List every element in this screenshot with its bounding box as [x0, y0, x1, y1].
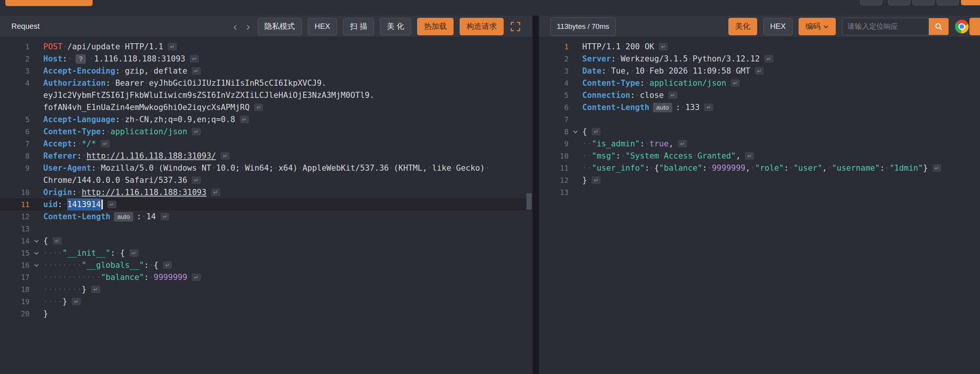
top-right-button-2[interactable] [888, 0, 910, 5]
code-line[interactable]: 6Content-Type:·application/json↵ [0, 125, 533, 138]
panel-divider[interactable] [533, 16, 539, 374]
code-line[interactable]: 13 [0, 223, 533, 235]
search-button[interactable] [929, 18, 948, 35]
beautify-response-button[interactable]: 美化 [729, 18, 757, 35]
code-line[interactable]: 19····}↵ [0, 295, 533, 307]
code-line-content[interactable]: Chrome/144.0.0.0·Safari/537.36↵ [43, 174, 201, 186]
code-line[interactable]: 15····"__init__":·{↵ [0, 247, 533, 259]
top-right-button-4[interactable] [937, 0, 959, 5]
code-line-content[interactable]: eyJ1c2VybmFtZSI6IjFkbWluIiwicm9sZSI6InVz… [43, 89, 374, 101]
code-line-content[interactable]: Content-Lengthauto:·133↵ [582, 101, 713, 113]
code-line-content[interactable]: Connection:·close↵ [582, 89, 678, 101]
top-right-button-3[interactable] [912, 0, 934, 5]
code-line[interactable]: 5Accept-Language:·zh-CN,zh;q=0.9,en;q=0.… [0, 113, 533, 125]
code-line-content[interactable]: Content-Lengthauto:·14↵ [43, 211, 169, 223]
code-line[interactable]: 1HTTP/1.1·200·OK↵ [539, 41, 980, 53]
history-prev-icon[interactable]: ‹ [232, 21, 239, 32]
code-line[interactable]: 8Referer:·http://1.116.118.188:31093/↵ [0, 150, 533, 162]
code-line-content[interactable]: Referer:·http://1.116.118.188:31093/↵ [43, 150, 230, 162]
code-line[interactable]: 1POST·/api/update·HTTP/1.1↵ [0, 41, 533, 53]
fold-icon[interactable] [30, 237, 43, 245]
fold-icon[interactable] [30, 249, 43, 257]
fold-icon[interactable] [569, 128, 582, 135]
fullscreen-icon[interactable] [510, 21, 521, 32]
code-line-content[interactable]: Content-Type:·application/json↵ [43, 125, 201, 138]
top-right-button-1[interactable] [860, 0, 882, 5]
code-line[interactable]: 7Accept:·*/*↵ [0, 138, 533, 150]
code-line[interactable]: 20} [0, 307, 533, 320]
code-line-content[interactable]: Authorization:·Bearer·eyJhbGciOiJIUzI1Ni… [43, 77, 326, 89]
code-line-content[interactable]: {↵ [43, 235, 62, 247]
code-line-content[interactable]: POST·/api/update·HTTP/1.1↵ [43, 41, 177, 53]
construct-request-button[interactable]: 构造请求 [460, 18, 504, 35]
top-right-orange-button[interactable] [961, 0, 980, 5]
hot-reload-button[interactable]: 热加载 [417, 18, 453, 35]
code-line-content[interactable]: Server:·Werkzeug/3.1.5·Python/3.12.12↵ [582, 53, 773, 65]
code-line-content[interactable]: User-Agent:·Mozilla/5.0·(Windows·NT·10.0… [43, 162, 490, 174]
code-line-content[interactable]: uid:·1413914↵ [43, 198, 116, 211]
code-line[interactable]: 4Authorization:·Bearer·eyJhbGciOiJIUzI1N… [0, 77, 533, 89]
request-editor[interactable]: 1POST·/api/update·HTTP/1.1↵2Host:·?·1.11… [0, 38, 533, 374]
code-line-content[interactable]: HTTP/1.1·200·OK↵ [582, 41, 668, 53]
code-line[interactable]: 12}↵ [539, 174, 980, 186]
code-line[interactable]: 9User-Agent:·Mozilla/5.0·(Windows·NT·10.… [0, 162, 533, 174]
code-line[interactable]: 2Server:·Werkzeug/3.1.5·Python/3.12.12↵ [539, 53, 980, 65]
code-line-content[interactable]: }↵ [582, 174, 600, 186]
code-line[interactable]: 18········}↵ [0, 283, 533, 295]
code-line[interactable]: 2Host:·?·1.116.118.188:31093↵ [0, 53, 533, 65]
code-line-content[interactable]: Accept:·*/*↵ [43, 138, 110, 150]
header-right-cut-button[interactable] [969, 18, 980, 35]
code-line[interactable]: 4Content-Type:·application/json↵ [539, 77, 980, 89]
code-line-content[interactable]: } [43, 307, 48, 320]
code-line[interactable]: 13 [539, 186, 980, 198]
code-line-content[interactable]: Accept-Language:·zh-CN,zh;q=0.9,en;q=0.8… [43, 113, 249, 125]
code-line[interactable]: 7 [539, 113, 980, 125]
code-line-content[interactable]: ····}↵ [43, 295, 81, 307]
response-editor[interactable]: 1HTTP/1.1·200·OK↵2Server:·Werkzeug/3.1.5… [539, 38, 980, 374]
code-line[interactable]: 9··"is_admin":·true,↵ [539, 138, 980, 150]
code-line[interactable]: 14{↵ [0, 235, 533, 247]
code-line-content[interactable]: ··"msg":·"System·Access·Granted",↵ [582, 150, 754, 162]
code-line-content[interactable]: Host:·?·1.116.118.188:31093↵ [43, 53, 199, 65]
fold-icon[interactable] [30, 261, 43, 269]
code-line-content[interactable]: {↵ [582, 125, 600, 138]
code-line[interactable]: 11··"user_info":·{"balance":·9999999,·"r… [539, 162, 980, 174]
code-line[interactable]: 12Content-Lengthauto:·14↵ [0, 211, 533, 223]
code-line[interactable]: Chrome/144.0.0.0·Safari/537.36↵ [0, 174, 533, 186]
beautify-request-button[interactable]: 美 化 [380, 18, 411, 35]
code-line[interactable]: 17············"balance":·9999999↵ [0, 271, 533, 283]
chrome-browser-icon[interactable] [955, 20, 969, 33]
code-line-content[interactable]: fofAN4vh_E1nUaZin4emMwkog6hiOe2iqycXsAPM… [43, 101, 263, 113]
code-line[interactable]: 10Origin:·http://1.116.118.188:31093↵ [0, 186, 533, 198]
code-line[interactable]: 3Date:·Tue,·10·Feb·2026·11:09:58·GMT↵ [539, 65, 980, 77]
code-line[interactable]: 5Connection:·close↵ [539, 89, 980, 101]
code-line-content[interactable]: Accept-Encoding:·gzip,·deflate↵ [43, 65, 201, 77]
code-line-content[interactable]: ··"user_info":·{"balance":·9999999,·"rol… [582, 162, 941, 174]
encode-dropdown-button[interactable]: 编码 [799, 18, 836, 35]
code-line-content[interactable]: ········}↵ [43, 283, 100, 295]
code-line[interactable]: fofAN4vh_E1nUaZin4emMwkog6hiOe2iqycXsAPM… [0, 101, 533, 113]
code-line-content[interactable]: ········"__globals__":·{↵ [43, 259, 172, 271]
top-left-orange-button[interactable] [5, 0, 92, 6]
request-scrollbar-thumb[interactable] [527, 193, 532, 210]
code-line-content[interactable]: Origin:·http://1.116.118.188:31093↵ [43, 186, 220, 198]
code-line[interactable]: 8{↵ [539, 125, 980, 138]
hex-button[interactable]: HEX [308, 18, 337, 35]
code-line[interactable]: 3Accept-Encoding:·gzip,·deflate↵ [0, 65, 533, 77]
code-line-content[interactable]: ··"is_admin":·true,↵ [582, 138, 687, 150]
code-line[interactable]: 6Content-Lengthauto:·133↵ [539, 101, 980, 113]
response-search-input[interactable] [842, 18, 929, 35]
history-next-icon[interactable]: › [245, 21, 251, 32]
response-hex-button[interactable]: HEX [763, 18, 792, 35]
code-line-content[interactable]: Date:·Tue,·10·Feb·2026·11:09:58·GMT↵ [582, 65, 764, 77]
privacy-mode-button[interactable]: 隐私模式 [258, 18, 302, 35]
code-line-content[interactable]: Content-Type:·application/json↵ [582, 77, 740, 89]
scan-button[interactable]: 扫 描 [343, 18, 374, 35]
code-line[interactable]: eyJ1c2VybmFtZSI6IjFkbWluIiwicm9sZSI6InVz… [0, 89, 533, 101]
code-line[interactable]: 10··"msg":·"System·Access·Granted",↵ [539, 150, 980, 162]
code-line[interactable]: 16········"__globals__":·{↵ [0, 259, 533, 271]
code-token: 200 [625, 41, 640, 53]
code-line-content[interactable]: ············"balance":·9999999↵ [43, 271, 201, 283]
code-line[interactable]: 11uid:·1413914↵ [0, 198, 533, 211]
code-line-content[interactable]: ····"__init__":·{↵ [43, 247, 138, 259]
